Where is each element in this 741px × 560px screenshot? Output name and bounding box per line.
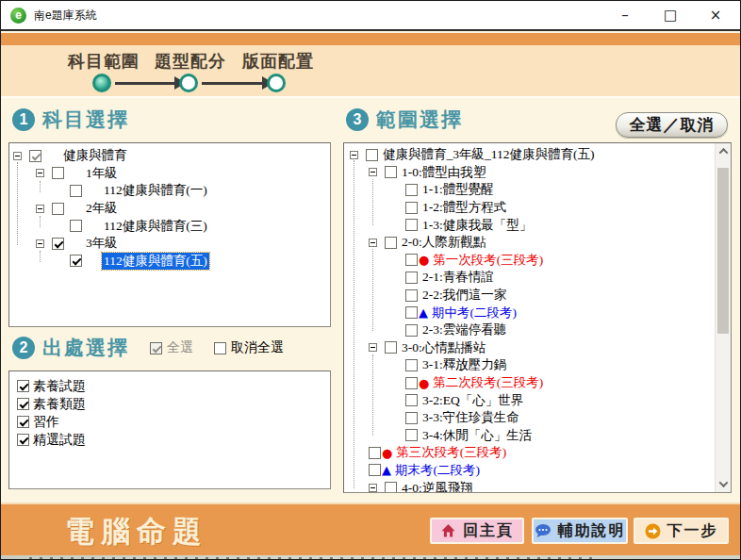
tree-item-label[interactable]: 1年級 [84,165,120,182]
collapse-minus-icon[interactable] [13,152,22,160]
tree-checkbox[interactable] [405,394,418,406]
collapse-minus-icon[interactable] [369,168,377,176]
tree-row[interactable]: 1年級 [9,165,330,183]
next-step-button[interactable]: 下一步 [634,518,729,544]
tree-item-label[interactable]: 112健康與體育(一) [102,182,209,199]
select-all-toggle-button[interactable]: 全選／取消 [616,112,728,138]
source-list-item[interactable]: 精選試題 [17,431,330,449]
tree-checkbox[interactable] [369,464,381,476]
select-all-checkbox-box[interactable] [150,342,162,354]
tree-item-label[interactable]: 第二次段考(三段考) [431,374,545,391]
tree-item-label[interactable]: 3-3:守住珍貴生命 [420,409,521,426]
collapse-minus-icon[interactable] [36,169,44,177]
tree-item-label[interactable]: 2年級 [84,200,120,217]
tree-checkbox[interactable] [52,167,64,179]
tree-row[interactable]: 3-0:心情點播站 [344,339,715,357]
tree-checkbox[interactable] [405,412,418,424]
tree-item-label[interactable]: 112健康與體育(三) [102,218,209,235]
tree-checkbox[interactable] [405,377,418,389]
tree-checkbox[interactable] [52,238,64,250]
tree-item-label[interactable]: 3-1:釋放壓力鍋 [420,356,508,373]
scroll-down-icon[interactable] [716,476,732,492]
deselect-all-checkbox[interactable]: 取消全選 [214,339,284,356]
collapse-minus-icon[interactable] [369,484,377,492]
tree-checkbox[interactable] [52,203,64,215]
tree-row[interactable]: 2-0:人際新觀點 [344,234,715,252]
tree-row[interactable]: 1-2:體型方程式 [344,199,715,217]
tree-row[interactable]: 健康與體育_3年級_112健康與體育(五) [344,146,715,164]
tree-checkbox[interactable] [70,185,82,197]
close-button[interactable]: × [706,7,725,24]
tree-item-label[interactable]: 1-3:健康我最「型」 [420,217,534,234]
tree-row[interactable]: 112健康與體育(一) [9,182,330,200]
tree-checkbox[interactable] [366,149,378,161]
tree-item-label[interactable]: 2-0:人際新觀點 [400,234,487,251]
tree-checkbox[interactable] [405,219,418,231]
tree-checkbox[interactable] [405,429,418,441]
tree-item-label[interactable]: 期中考(二段考) [430,305,519,321]
tree-item-label[interactable]: 3-0:心情點播站 [400,339,487,356]
scroll-up-icon[interactable] [716,143,732,159]
tree-item-label[interactable]: 3年級 [84,235,120,252]
tree-item-label[interactable]: 健康與體育_3年級_112健康與體育(五) [381,146,597,163]
source-list-item[interactable]: 素養類題 [17,395,330,413]
tree-checkbox[interactable] [405,254,418,266]
tree-item-label[interactable]: 第三次段考(三段考) [394,444,508,461]
tree-row[interactable]: 1-0:體型由我塑 [344,164,715,182]
tree-row[interactable]: 3-1:釋放壓力鍋 [344,356,715,374]
collapse-minus-icon[interactable] [36,205,44,213]
tree-row[interactable]: 4-0:逆風飛翔 [344,479,715,493]
tree-checkbox[interactable] [405,306,418,319]
tree-row[interactable]: ●第一次段考(三段考) [344,252,715,270]
tree-checkbox[interactable] [405,359,418,371]
tree-checkbox[interactable] [385,237,397,249]
source-item-checkbox[interactable] [17,416,29,428]
tree-row[interactable]: ▲期中考(二段考) [344,304,715,321]
tree-checkbox[interactable] [70,220,82,232]
tree-checkbox[interactable] [405,324,418,337]
source-item-checkbox[interactable] [17,398,29,410]
tree-row[interactable]: 1-1:體型覺醒 [344,181,715,199]
tree-checkbox[interactable] [369,447,381,459]
tree-checkbox[interactable] [385,482,397,493]
collapse-minus-icon[interactable] [350,151,358,159]
tree-item-label[interactable]: 2-1:青春情誼 [420,269,496,286]
select-all-checkbox[interactable]: 全選 [150,339,193,356]
tree-row[interactable]: ●第二次段考(三段考) [344,374,715,392]
tree-row[interactable]: 112健康與體育(五) [9,253,330,271]
home-button[interactable]: 回主頁 [430,518,524,544]
tree-checkbox[interactable] [405,289,418,302]
tree-item-label[interactable]: 112健康與體育(五) [102,253,209,270]
source-item-checkbox[interactable] [17,434,29,446]
tree-row[interactable]: 3-2:EQ「心」世界 [344,391,715,409]
tree-row[interactable]: ▲期末考(二段考) [344,462,715,480]
source-list-item[interactable]: 素養試題 [17,377,330,395]
maximize-button[interactable]: □ [661,7,680,24]
source-item-checkbox[interactable] [17,380,29,392]
minimize-button[interactable]: – [616,7,634,24]
tree-item-label[interactable]: 2-2:我們這一家 [420,287,508,304]
tree-checkbox[interactable] [70,255,82,267]
tree-row[interactable]: 健康與體育 [9,147,330,165]
tree-row[interactable]: 3-3:守住珍貴生命 [344,409,715,427]
tree-item-label[interactable]: 第一次段考(三段考) [431,252,545,269]
deselect-all-checkbox-box[interactable] [214,342,226,354]
range-tree-scrollbar[interactable] [715,143,731,492]
tree-item-label[interactable]: 3-4:休閒「心」生活 [420,427,534,444]
tree-row[interactable]: 2-3:雲端停看聽 [344,321,715,339]
tree-row[interactable]: ●第三次段考(三段考) [344,444,715,462]
tree-row[interactable]: 2-2:我們這一家 [344,287,715,305]
tree-checkbox[interactable] [29,150,41,162]
tree-checkbox[interactable] [385,166,397,178]
tree-item-label[interactable]: 期末考(二段考) [393,462,482,479]
collapse-minus-icon[interactable] [369,343,377,352]
tree-row[interactable]: 2-1:青春情誼 [344,269,715,287]
tree-row[interactable]: 2年級 [9,200,330,218]
tree-checkbox[interactable] [405,184,418,196]
tree-checkbox[interactable] [405,272,418,284]
source-list-item[interactable]: 習作 [17,413,330,431]
tree-row[interactable]: 112健康與體育(三) [9,217,330,235]
collapse-minus-icon[interactable] [369,239,377,247]
tree-item-label[interactable]: 1-0:體型由我塑 [400,164,487,181]
tree-checkbox[interactable] [385,341,397,354]
